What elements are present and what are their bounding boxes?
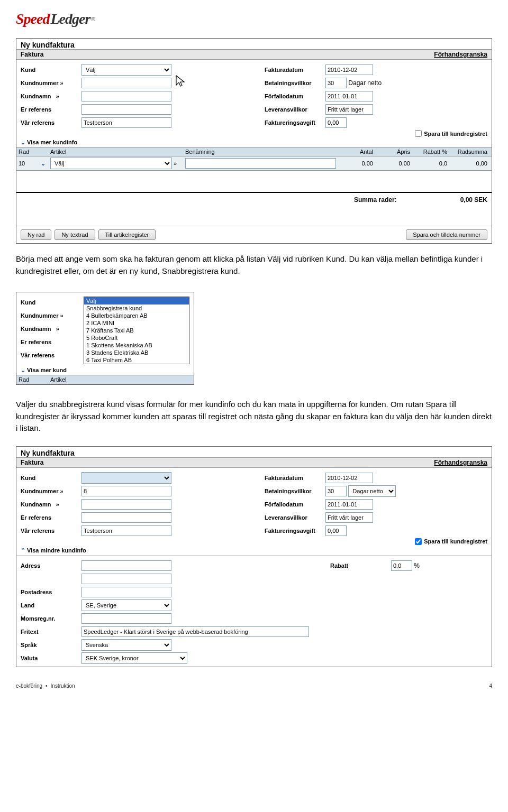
collapse-icon: ⌃ [21,547,25,553]
kundnr-input[interactable] [81,78,171,88]
expand-icon: ⌄ [21,139,25,145]
moms-input[interactable] [81,613,171,624]
avgift-input[interactable] [325,117,347,128]
dropdown-item[interactable]: 1 Skottens Mekaniska AB [84,342,189,349]
chev-icon[interactable]: » [174,160,177,167]
varref-input[interactable] [81,525,171,536]
postadress-input[interactable] [81,587,171,597]
panel-title: Ny kundfaktura [21,41,487,49]
dropdown-snippet: Kund Kundnummer » Kundnamn » Er referens… [16,292,194,385]
logo-ledger: Ledger [50,11,90,27]
kundnamn-input[interactable] [81,91,171,102]
dropdown-item-selected[interactable]: Välj [84,297,189,304]
dropdown-item[interactable]: 4 Bullerbekämparen AB [84,312,189,319]
logo-tm: ® [91,16,95,22]
ny-rad-button[interactable]: Ny rad [21,229,51,240]
expand-row-icon[interactable]: ⌄ [38,159,48,168]
dropdown-item[interactable]: 2 ICA MINI [84,319,189,327]
dropdown-item[interactable]: 3 Stadens Elektriska AB [84,349,189,356]
instruction-text-2: Väljer du snabbregistrera kund visas for… [16,399,492,435]
kund-dropdown[interactable]: Välj Snabbregistrera kund 4 Bullerbekämp… [84,297,189,364]
kund-select[interactable] [81,472,171,484]
forfall-input[interactable] [325,499,373,510]
benamning-input[interactable] [185,158,336,169]
lbl-fakturadatum: Fakturadatum [265,67,325,73]
summa-label: Summa rader: [354,196,397,204]
villkor-input[interactable] [325,486,347,496]
spara-tilldela-button[interactable]: Spara och tilldela nummer [406,229,487,240]
chev-icon[interactable]: » [60,80,64,86]
erref-input[interactable] [81,512,171,523]
sprak-select[interactable]: Svenska [81,639,171,651]
line-table-head: Rad Artikel Benämning Antal Ápris Rabatt… [16,147,492,156]
collapse-kundinfo[interactable]: ⌃ Visa mindre kundinfo [16,546,492,555]
logo-speed: Speed [16,11,49,27]
adress-input[interactable] [81,560,171,571]
avgift-input[interactable] [325,525,347,536]
invoice-panel-3: Ny kundfaktura Faktura Förhandsgranska K… [16,446,492,667]
valuta-select[interactable]: SEK Sverige, kronor [81,652,187,664]
panel-title: Ny kundfaktura [21,449,487,457]
save-to-registry-checkbox[interactable] [415,130,422,137]
adress2-input[interactable] [81,574,171,584]
chev-icon[interactable]: » [56,93,59,99]
preview-link[interactable]: Förhandsgranska [434,51,487,58]
kund-select[interactable]: Välj [81,64,171,76]
villkor-unit: Dagar netto [348,79,382,87]
land-select[interactable]: SE, Sverige [81,599,171,611]
kundnr-input[interactable] [81,486,171,496]
invoice-panel-1: Ny kundfaktura Faktura Förhandsgranska K… [16,38,492,244]
dropdown-item[interactable]: 7 Kräftans Taxi AB [84,327,189,334]
lbl-leverans: Leveransvillkor [265,106,325,113]
preview-link[interactable]: Förhandsgranska [434,459,487,466]
varref-input[interactable] [81,117,171,128]
villkor-input[interactable] [325,78,347,88]
lbl-forfall: Förfallodatum [265,93,325,99]
instruction-text-1: Börja med att ange vem som ska ha faktur… [16,253,492,277]
dropdown-item[interactable]: Snabbregistrera kund [84,304,189,312]
lbl-kundnamn: Kundnamn [21,93,51,99]
summa-value: 0,00 SEK [460,196,487,204]
page-number: 4 [489,683,492,689]
tab-faktura[interactable]: Faktura [21,51,43,58]
artikel-select[interactable]: Välj [50,158,172,169]
page-footer: e-bokföring•Instruktion 4 [16,683,492,689]
fakturadatum-input[interactable] [325,64,373,75]
lbl-avgift: Faktureringsavgift [265,119,325,126]
fritext-input[interactable] [81,626,309,637]
expand-kundinfo[interactable]: ⌄ Visa mer kundinfo [16,138,492,147]
dropdown-item[interactable]: 6 Taxi Polhem AB [84,356,189,364]
lbl-varref: Vår referens [21,119,81,126]
tab-faktura[interactable]: Faktura [21,459,43,466]
save-to-registry-label: Spara till kundregistret [424,131,487,137]
villkor-unit-select[interactable]: Dagar netto [348,485,396,497]
fakturadatum-input[interactable] [325,473,373,483]
leverans-input[interactable] [325,512,373,523]
till-artikelregister-button[interactable]: Till artikelregister [98,229,156,240]
lbl-erref: Er referens [21,106,81,113]
erref-input[interactable] [81,104,171,115]
forfall-input[interactable] [325,91,373,102]
lbl-villkor: Betalningsvillkor [265,80,325,86]
kundnamn-input[interactable] [81,499,171,510]
save-to-registry-checkbox[interactable] [415,538,422,545]
expand-icon: ⌄ [21,367,25,373]
leverans-input[interactable] [325,104,373,115]
lbl-kund: Kund [21,67,81,73]
dropdown-item[interactable]: 5 RoboCraft [84,334,189,342]
logo: SpeedLedger® [16,11,492,27]
line-row[interactable]: 10 ⌄ Välj » 0,00 0,00 0,0 0,00 [16,156,492,171]
lbl-kundnr: Kundnummer [21,80,59,86]
rabatt-input[interactable] [391,560,412,571]
ny-textrad-button[interactable]: Ny textrad [55,229,95,240]
